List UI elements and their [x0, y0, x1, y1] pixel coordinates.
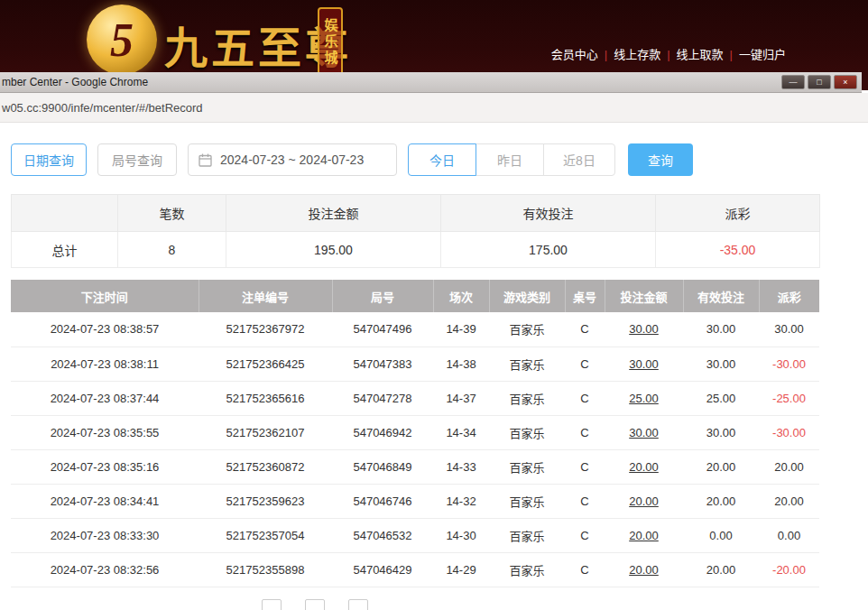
- nav-member-center[interactable]: 会员中心: [551, 48, 598, 61]
- table-row: 2024-07-23 08:33:30 521752357054 5470465…: [11, 518, 819, 552]
- game-type-cell: 百家乐: [489, 347, 565, 381]
- bet-amount-link[interactable]: 25.00: [605, 381, 683, 415]
- valid-bet-cell: 20.00: [683, 484, 759, 518]
- valid-bet-cell: 20.00: [683, 449, 759, 484]
- nav-online-withdraw[interactable]: 线上取款: [677, 48, 724, 61]
- game-type-cell: 百家乐: [489, 552, 565, 587]
- today-button[interactable]: 今日: [408, 143, 476, 176]
- session-cell: 14-33: [433, 449, 489, 484]
- order-no-cell: 521752360872: [199, 449, 332, 484]
- bet-amount-link[interactable]: 20.00: [605, 449, 683, 484]
- summary-valid-bet: 175.00: [441, 232, 656, 268]
- tab-round-query[interactable]: 局号查询: [97, 143, 177, 176]
- order-no-cell: 521752357054: [199, 518, 332, 552]
- pagination: [262, 599, 368, 610]
- game-type-cell: 百家乐: [489, 518, 565, 552]
- pagination-button[interactable]: [262, 599, 282, 610]
- bet-table-header-row: 下注时间 注单编号 局号 场次 游戏类别 桌号 投注金额 有效投注 派彩: [11, 280, 819, 312]
- browser-titlebar[interactable]: mber Center - Google Chrome — □ ×: [0, 72, 862, 93]
- round-no-cell: 547046429: [332, 552, 433, 587]
- round-no-cell: 547046532: [332, 518, 433, 552]
- round-no-cell: 547047496: [332, 312, 433, 347]
- order-no-cell: 521752355898: [199, 552, 332, 587]
- header-game-type: 游戏类别: [489, 280, 565, 312]
- logo-coin-number: 5: [110, 14, 134, 67]
- table-no-cell: C: [565, 312, 605, 347]
- table-row: 2024-07-23 08:38:11 521752366425 5470473…: [11, 347, 819, 381]
- round-no-cell: 547046849: [332, 449, 433, 484]
- close-button[interactable]: ×: [834, 75, 857, 89]
- pagination-button[interactable]: [305, 599, 325, 610]
- bet-amount-link[interactable]: 30.00: [605, 312, 683, 347]
- round-no-cell: 547046746: [332, 484, 433, 518]
- payout-cell: -25.00: [759, 381, 819, 415]
- session-cell: 14-38: [433, 347, 489, 381]
- order-no-cell: 521752359623: [199, 484, 332, 518]
- order-no-cell: 521752367972: [199, 312, 332, 347]
- summary-header-valid-bet: 有效投注: [441, 195, 656, 232]
- tab-date-query[interactable]: 日期查询: [11, 143, 87, 176]
- valid-bet-cell: 0.00: [683, 518, 759, 552]
- payout-cell: 0.00: [759, 518, 819, 552]
- bet-amount-link[interactable]: 20.00: [605, 484, 683, 518]
- header-bet-amount: 投注金额: [605, 280, 683, 312]
- header-round-no: 局号: [332, 280, 433, 312]
- session-cell: 14-34: [433, 415, 489, 449]
- bet-amount-link[interactable]: 20.00: [605, 552, 683, 587]
- table-row: 2024-07-23 08:38:57 521752367972 5470474…: [11, 312, 819, 347]
- payout-cell: -20.00: [759, 552, 819, 587]
- nav-one-key-transfer[interactable]: 一键归户: [739, 48, 786, 61]
- bet-amount-link[interactable]: 30.00: [605, 347, 683, 381]
- summary-header-count: 笔数: [118, 195, 226, 232]
- maximize-button[interactable]: □: [808, 75, 831, 89]
- round-no-cell: 547046942: [332, 415, 433, 449]
- window-controls: — □ ×: [781, 75, 862, 89]
- table-row: 2024-07-23 08:37:44 521752365616 5470472…: [11, 381, 819, 415]
- payout-cell: 30.00: [759, 312, 819, 347]
- summary-header-row: 笔数 投注金额 有效投注 派彩: [12, 195, 820, 232]
- bet-time-cell: 2024-07-23 08:35:16: [11, 449, 199, 484]
- summary-table: 笔数 投注金额 有效投注 派彩 总计 8 195.00 175.00 -35.0…: [11, 194, 820, 268]
- bet-time-cell: 2024-07-23 08:38:11: [11, 347, 199, 381]
- logo-coin-icon: 5: [87, 5, 157, 75]
- summary-payout: -35.00: [656, 232, 820, 268]
- summary-header-bet-amount: 投注金额: [226, 195, 441, 232]
- top-nav: 会员中心|线上存款|线上取款|一键归户: [545, 45, 792, 62]
- browser-window-title: mber Center - Google Chrome: [0, 76, 781, 88]
- header-table-no: 桌号: [565, 280, 605, 312]
- calendar-icon: [199, 153, 212, 167]
- date-range-value: 2024-07-23 ~ 2024-07-23: [220, 152, 364, 167]
- browser-url-bar[interactable]: w05.cc:9900/infe/mcenter/#/betRecord: [0, 93, 868, 123]
- summary-header-payout: 派彩: [656, 195, 820, 232]
- table-row: 2024-07-23 08:35:55 521752362107 5470469…: [11, 415, 819, 449]
- search-button[interactable]: 查询: [628, 143, 693, 176]
- valid-bet-cell: 30.00: [683, 312, 759, 347]
- payout-cell: 20.00: [759, 449, 819, 484]
- session-cell: 14-29: [433, 552, 489, 587]
- bet-time-cell: 2024-07-23 08:35:55: [11, 415, 199, 449]
- summary-count: 8: [118, 232, 226, 268]
- date-range-picker[interactable]: 2024-07-23 ~ 2024-07-23: [188, 143, 397, 176]
- game-type-cell: 百家乐: [489, 484, 565, 518]
- pagination-button[interactable]: [348, 599, 368, 610]
- last-8-days-button[interactable]: 近8日: [543, 143, 615, 176]
- header-valid-bet: 有效投注: [683, 280, 759, 312]
- game-type-cell: 百家乐: [489, 381, 565, 415]
- table-row: 2024-07-23 08:35:16 521752360872 5470468…: [11, 449, 819, 484]
- summary-header-blank: [12, 195, 118, 232]
- order-no-cell: 521752366425: [199, 347, 332, 381]
- payout-cell: -30.00: [759, 347, 819, 381]
- bet-time-cell: 2024-07-23 08:32:56: [11, 552, 199, 587]
- bet-amount-link[interactable]: 20.00: [605, 518, 683, 552]
- yesterday-button[interactable]: 昨日: [476, 143, 544, 176]
- round-no-cell: 547047278: [332, 381, 433, 415]
- session-cell: 14-37: [433, 381, 489, 415]
- header-session: 场次: [433, 280, 489, 312]
- table-row: 2024-07-23 08:32:56 521752355898 5470464…: [11, 552, 819, 587]
- header-bet-time: 下注时间: [11, 280, 199, 312]
- nav-online-deposit[interactable]: 线上存款: [614, 48, 660, 61]
- valid-bet-cell: 30.00: [683, 415, 759, 449]
- bet-amount-link[interactable]: 30.00: [605, 415, 683, 449]
- minimize-button[interactable]: —: [781, 75, 805, 89]
- table-no-cell: C: [565, 484, 605, 518]
